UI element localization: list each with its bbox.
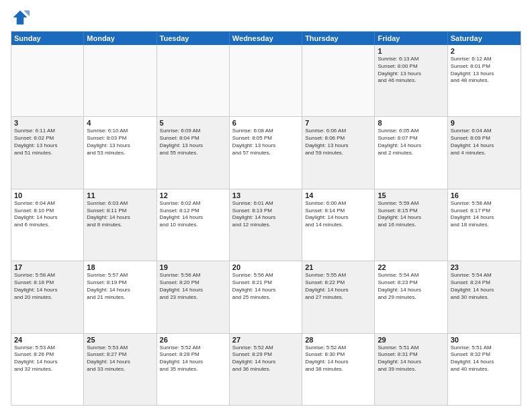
day-number: 7 (305, 119, 371, 127)
day-info: Sunrise: 5:57 AM Sunset: 8:19 PM Dayligh… (87, 272, 153, 301)
cal-cell-22: 22Sunrise: 5:54 AM Sunset: 8:23 PM Dayli… (375, 261, 447, 332)
cal-cell-24: 24Sunrise: 5:53 AM Sunset: 8:26 PM Dayli… (11, 334, 84, 405)
cal-cell-9: 9Sunrise: 6:04 AM Sunset: 8:09 PM Daylig… (448, 117, 521, 188)
day-info: Sunrise: 5:51 AM Sunset: 8:32 PM Dayligh… (451, 345, 518, 373)
day-number: 4 (87, 119, 153, 127)
cal-cell-10: 10Sunrise: 6:04 AM Sunset: 8:10 PM Dayli… (11, 189, 84, 261)
cal-cell-16: 16Sunrise: 5:58 AM Sunset: 8:17 PM Dayli… (448, 189, 521, 261)
day-number: 3 (14, 119, 81, 127)
cal-cell-21: 21Sunrise: 5:55 AM Sunset: 8:22 PM Dayli… (302, 261, 375, 332)
cal-cell-13: 13Sunrise: 6:01 AM Sunset: 8:13 PM Dayli… (230, 189, 302, 261)
day-info: Sunrise: 5:54 AM Sunset: 8:24 PM Dayligh… (451, 272, 518, 301)
logo-icon (11, 8, 30, 27)
day-number: 18 (87, 263, 153, 271)
cal-cell-28: 28Sunrise: 5:52 AM Sunset: 8:30 PM Dayli… (302, 334, 375, 405)
cal-cell-26: 26Sunrise: 5:52 AM Sunset: 8:28 PM Dayli… (157, 334, 230, 405)
page: SundayMondayTuesdayWednesdayThursdayFrid… (0, 0, 532, 411)
cal-header-sunday: Sunday (11, 32, 84, 45)
day-info: Sunrise: 6:12 AM Sunset: 8:01 PM Dayligh… (451, 56, 518, 85)
day-info: Sunrise: 5:51 AM Sunset: 8:31 PM Dayligh… (378, 345, 444, 373)
cal-row-2: 10Sunrise: 6:04 AM Sunset: 8:10 PM Dayli… (11, 189, 521, 261)
cal-cell-14: 14Sunrise: 6:00 AM Sunset: 8:14 PM Dayli… (302, 189, 375, 261)
day-number: 16 (451, 191, 518, 199)
day-info: Sunrise: 6:04 AM Sunset: 8:09 PM Dayligh… (451, 128, 518, 156)
day-info: Sunrise: 5:55 AM Sunset: 8:22 PM Dayligh… (305, 272, 371, 301)
cal-cell-25: 25Sunrise: 5:53 AM Sunset: 8:27 PM Dayli… (84, 334, 157, 405)
day-number: 15 (378, 191, 444, 199)
day-info: Sunrise: 5:54 AM Sunset: 8:23 PM Dayligh… (378, 272, 444, 301)
day-number: 25 (87, 336, 153, 344)
cal-header-tuesday: Tuesday (157, 32, 230, 45)
cal-cell-6: 6Sunrise: 6:08 AM Sunset: 8:05 PM Daylig… (230, 117, 302, 188)
cal-cell-empty-0-2 (157, 45, 230, 116)
day-number: 10 (14, 191, 81, 199)
day-info: Sunrise: 5:56 AM Sunset: 8:21 PM Dayligh… (232, 272, 299, 301)
day-number: 28 (305, 336, 371, 344)
day-number: 12 (160, 191, 226, 199)
day-info: Sunrise: 6:08 AM Sunset: 8:05 PM Dayligh… (232, 128, 299, 156)
day-number: 26 (160, 336, 226, 344)
cal-cell-4: 4Sunrise: 6:10 AM Sunset: 8:03 PM Daylig… (84, 117, 157, 188)
day-number: 29 (378, 336, 444, 344)
day-info: Sunrise: 5:58 AM Sunset: 8:18 PM Dayligh… (14, 272, 81, 301)
cal-cell-17: 17Sunrise: 5:58 AM Sunset: 8:18 PM Dayli… (11, 261, 84, 332)
day-info: Sunrise: 6:13 AM Sunset: 8:00 PM Dayligh… (378, 56, 444, 85)
calendar-body: 1Sunrise: 6:13 AM Sunset: 8:00 PM Daylig… (11, 45, 521, 405)
day-info: Sunrise: 6:01 AM Sunset: 8:13 PM Dayligh… (232, 200, 299, 229)
cal-cell-18: 18Sunrise: 5:57 AM Sunset: 8:19 PM Dayli… (84, 261, 157, 332)
cal-cell-19: 19Sunrise: 5:56 AM Sunset: 8:20 PM Dayli… (157, 261, 230, 332)
cal-cell-5: 5Sunrise: 6:09 AM Sunset: 8:04 PM Daylig… (157, 117, 230, 188)
day-number: 20 (232, 263, 299, 271)
day-number: 17 (14, 263, 81, 271)
day-number: 19 (160, 263, 226, 271)
day-number: 21 (305, 263, 371, 271)
cal-cell-12: 12Sunrise: 6:02 AM Sunset: 8:12 PM Dayli… (157, 189, 230, 261)
cal-header-friday: Friday (375, 32, 447, 45)
cal-header-saturday: Saturday (448, 32, 521, 45)
day-number: 11 (87, 191, 153, 199)
day-info: Sunrise: 5:53 AM Sunset: 8:27 PM Dayligh… (87, 345, 153, 373)
day-number: 1 (378, 47, 444, 55)
day-number: 6 (232, 119, 299, 127)
day-number: 9 (451, 119, 518, 127)
day-info: Sunrise: 5:59 AM Sunset: 8:15 PM Dayligh… (378, 200, 444, 229)
cal-cell-empty-0-1 (84, 45, 157, 116)
cal-cell-7: 7Sunrise: 6:06 AM Sunset: 8:06 PM Daylig… (302, 117, 375, 188)
cal-cell-1: 1Sunrise: 6:13 AM Sunset: 8:00 PM Daylig… (375, 45, 447, 116)
header (11, 8, 521, 27)
calendar: SundayMondayTuesdayWednesdayThursdayFrid… (11, 31, 521, 406)
day-info: Sunrise: 6:00 AM Sunset: 8:14 PM Dayligh… (305, 200, 371, 229)
cal-cell-11: 11Sunrise: 6:03 AM Sunset: 8:11 PM Dayli… (84, 189, 157, 261)
day-number: 5 (160, 119, 226, 127)
day-number: 8 (378, 119, 444, 127)
cal-cell-15: 15Sunrise: 5:59 AM Sunset: 8:15 PM Dayli… (375, 189, 447, 261)
day-number: 2 (451, 47, 518, 55)
cal-cell-23: 23Sunrise: 5:54 AM Sunset: 8:24 PM Dayli… (448, 261, 521, 332)
day-number: 24 (14, 336, 81, 344)
cal-header-wednesday: Wednesday (230, 32, 302, 45)
cal-cell-empty-0-3 (230, 45, 302, 116)
day-info: Sunrise: 5:52 AM Sunset: 8:29 PM Dayligh… (232, 345, 299, 373)
svg-marker-0 (13, 11, 28, 25)
cal-cell-2: 2Sunrise: 6:12 AM Sunset: 8:01 PM Daylig… (448, 45, 521, 116)
day-info: Sunrise: 5:56 AM Sunset: 8:20 PM Dayligh… (160, 272, 226, 301)
day-info: Sunrise: 6:04 AM Sunset: 8:10 PM Dayligh… (14, 200, 81, 229)
day-number: 30 (451, 336, 518, 344)
day-info: Sunrise: 5:53 AM Sunset: 8:26 PM Dayligh… (14, 345, 81, 373)
day-number: 14 (305, 191, 371, 199)
calendar-header: SundayMondayTuesdayWednesdayThursdayFrid… (11, 32, 521, 45)
day-number: 13 (232, 191, 299, 199)
day-info: Sunrise: 6:02 AM Sunset: 8:12 PM Dayligh… (160, 200, 226, 229)
cal-cell-20: 20Sunrise: 5:56 AM Sunset: 8:21 PM Dayli… (230, 261, 302, 332)
day-info: Sunrise: 5:52 AM Sunset: 8:28 PM Dayligh… (160, 345, 226, 373)
day-info: Sunrise: 6:06 AM Sunset: 8:06 PM Dayligh… (305, 128, 371, 156)
day-info: Sunrise: 6:09 AM Sunset: 8:04 PM Dayligh… (160, 128, 226, 156)
day-number: 27 (232, 336, 299, 344)
cal-header-monday: Monday (84, 32, 157, 45)
cal-cell-27: 27Sunrise: 5:52 AM Sunset: 8:29 PM Dayli… (230, 334, 302, 405)
cal-header-thursday: Thursday (302, 32, 375, 45)
day-info: Sunrise: 5:52 AM Sunset: 8:30 PM Dayligh… (305, 345, 371, 373)
day-info: Sunrise: 6:05 AM Sunset: 8:07 PM Dayligh… (378, 128, 444, 156)
day-number: 23 (451, 263, 518, 271)
day-info: Sunrise: 6:03 AM Sunset: 8:11 PM Dayligh… (87, 200, 153, 229)
